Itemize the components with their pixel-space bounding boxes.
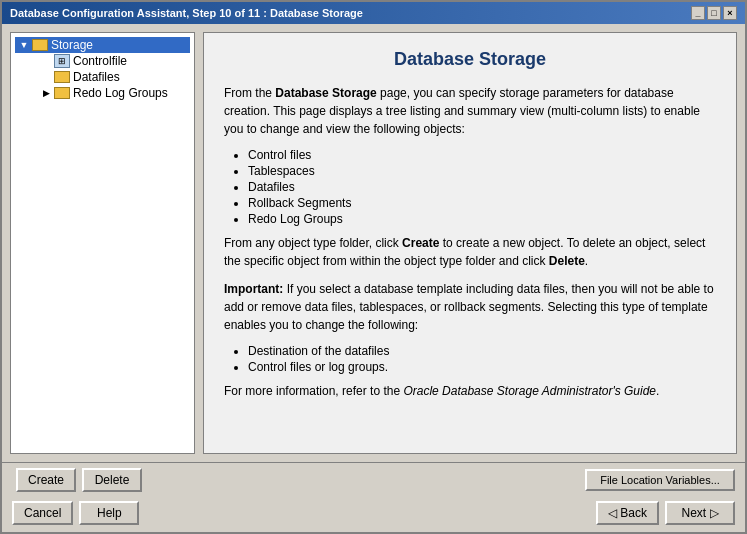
list-item-controlfiles2: Control files or log groups.	[248, 360, 716, 374]
delete-button[interactable]: Delete	[82, 468, 142, 492]
list-item-rollback: Rollback Segments	[248, 196, 716, 210]
action-row: Create Delete File Location Variables...	[2, 463, 745, 497]
bottom-bar: Create Delete File Location Variables...…	[2, 462, 745, 532]
minimize-button[interactable]: _	[691, 6, 705, 20]
list-item-datafiles: Datafiles	[248, 180, 716, 194]
expand-icon-storage: ▼	[17, 38, 31, 52]
file-location-button[interactable]: File Location Variables...	[585, 469, 735, 491]
create-delete-text: From any object type folder, click Creat…	[224, 234, 716, 270]
reference-text: For more information, refer to the Oracl…	[224, 382, 716, 400]
expand-icon-datafiles	[39, 70, 53, 84]
nav-left: Cancel Help	[12, 501, 139, 525]
expand-icon-controlfile	[39, 54, 53, 68]
tree-child-datafiles: Datafiles	[37, 69, 190, 85]
objects-list: Control files Tablespaces Datafiles Roll…	[248, 148, 716, 226]
page-title: Database Storage	[224, 49, 716, 70]
list-item-destination: Destination of the datafiles	[248, 344, 716, 358]
tree-panel: ▼ Storage ⊞ Controlfile	[10, 32, 195, 454]
template-list: Destination of the datafiles Control fil…	[248, 344, 716, 374]
list-item-redo: Redo Log Groups	[248, 212, 716, 226]
tree-label-controlfile: Controlfile	[73, 54, 127, 68]
list-item-tablespaces: Tablespaces	[248, 164, 716, 178]
nav-row: Cancel Help ◁ Back Next ▷	[2, 497, 745, 529]
back-button[interactable]: ◁ Back	[596, 501, 659, 525]
folder-icon-redo	[54, 87, 70, 99]
main-content: ▼ Storage ⊞ Controlfile	[2, 24, 745, 462]
close-button[interactable]: ×	[723, 6, 737, 20]
next-button[interactable]: Next ▷	[665, 501, 735, 525]
expand-icon-redo: ▶	[39, 86, 53, 100]
tree-label-storage: Storage	[51, 38, 93, 52]
tree-item-datafiles[interactable]: Datafiles	[37, 69, 190, 85]
db-icon-controlfile: ⊞	[54, 54, 70, 68]
help-button[interactable]: Help	[79, 501, 139, 525]
tree-label-datafiles: Datafiles	[73, 70, 120, 84]
create-button[interactable]: Create	[16, 468, 76, 492]
list-item-controlfiles: Control files	[248, 148, 716, 162]
tree-label-redo: Redo Log Groups	[73, 86, 168, 100]
back-arrow-icon: ◁	[608, 506, 617, 520]
next-arrow-icon: ▷	[710, 506, 719, 520]
main-window: Database Configuration Assistant, Step 1…	[0, 0, 747, 534]
tree-container: ▼ Storage ⊞ Controlfile	[11, 33, 194, 105]
cancel-button[interactable]: Cancel	[12, 501, 73, 525]
folder-icon-datafiles	[54, 71, 70, 83]
folder-icon-storage	[32, 39, 48, 51]
title-bar: Database Configuration Assistant, Step 1…	[2, 2, 745, 24]
content-panel: Database Storage From the Database Stora…	[203, 32, 737, 454]
tree-child-controlfile: ⊞ Controlfile	[37, 53, 190, 69]
tree-child-redo: ▶ Redo Log Groups	[37, 85, 190, 101]
intro-text: From the Database Storage page, you can …	[224, 84, 716, 138]
tree-item-redo[interactable]: ▶ Redo Log Groups	[37, 85, 190, 101]
nav-right: ◁ Back Next ▷	[596, 501, 735, 525]
window-title: Database Configuration Assistant, Step 1…	[10, 7, 363, 19]
tree-item-controlfile[interactable]: ⊞ Controlfile	[37, 53, 190, 69]
title-bar-controls: _ □ ×	[691, 6, 737, 20]
important-text: Important: If you select a database temp…	[224, 280, 716, 334]
restore-button[interactable]: □	[707, 6, 721, 20]
tree-item-storage[interactable]: ▼ Storage	[15, 37, 190, 53]
